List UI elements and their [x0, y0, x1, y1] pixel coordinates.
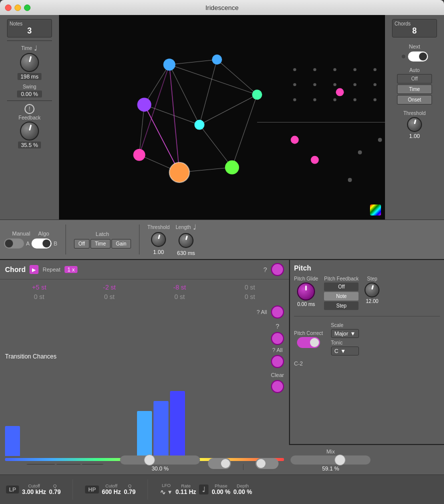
svg-point-33	[290, 136, 298, 144]
trans-random-btn[interactable]	[271, 332, 284, 345]
hp-q-value: 0.79	[124, 488, 136, 496]
note-4[interactable]: 0 st	[5, 293, 74, 300]
scale-value: Major	[334, 330, 348, 336]
window-title: Iridescence	[206, 4, 238, 12]
feedback-knob[interactable]	[20, 122, 39, 140]
rate-sync-btn[interactable]: ♩	[199, 484, 208, 494]
algo-toggle[interactable]	[32, 238, 52, 248]
auto-time-btn[interactable]: Time	[397, 84, 432, 94]
feedback-knob-container: ! Feedback 35.5 %	[18, 104, 41, 148]
pitch-divider	[294, 316, 440, 316]
mix-value: 59.1 %	[322, 466, 339, 472]
trans-question-all[interactable]: ? All	[272, 347, 282, 353]
lfo-wave-icon: ∿	[160, 488, 166, 496]
feedback-step-btn[interactable]: Step	[324, 302, 358, 310]
svg-point-24	[314, 83, 316, 86]
tonic-label: Tonic	[331, 340, 359, 346]
feedback-off-btn[interactable]: Off	[324, 282, 358, 291]
svg-point-47	[194, 120, 204, 130]
feedback-note-btn[interactable]: Note	[324, 292, 358, 300]
next-section: Next	[401, 44, 428, 62]
tonic-select[interactable]: C ▼	[331, 346, 359, 356]
maximize-button[interactable]	[24, 4, 30, 11]
glide-label: Pitch Glide	[294, 276, 318, 282]
latch-time-btn[interactable]: Time	[90, 239, 110, 248]
hp-q-label: Q	[128, 484, 132, 488]
feedback-label: Feedback	[18, 115, 40, 120]
chord-play-btn[interactable]: ▶	[30, 265, 38, 274]
svg-point-36	[358, 150, 362, 154]
threshold-group: Threshold 1.00	[148, 224, 170, 255]
length-knob[interactable]	[178, 233, 194, 248]
close-button[interactable]	[5, 4, 12, 11]
auto-off-btn[interactable]: Off	[397, 74, 432, 84]
rate-value: 0.11 Hz	[176, 488, 196, 496]
next-toggle[interactable]	[408, 52, 428, 62]
mix-slider[interactable]	[290, 456, 370, 464]
note-0[interactable]: +5 st	[5, 284, 74, 291]
lfo-label: LFO	[162, 483, 171, 488]
step-knob[interactable]	[364, 282, 380, 298]
rate-label: Rate	[181, 484, 190, 488]
stereo-toggle[interactable]	[256, 458, 278, 469]
latch-btn-group: Off Time Gain	[74, 239, 131, 248]
lfo-wave-group: ∿ ▼	[160, 488, 172, 496]
hp-cutoff-value: 600 Hz	[102, 488, 121, 496]
clear-label[interactable]: Clear	[271, 372, 284, 378]
bar-8	[137, 411, 152, 456]
note-2[interactable]: -8 st	[146, 284, 214, 291]
latch-off-btn[interactable]: Off	[74, 239, 90, 248]
svg-point-27	[374, 83, 376, 86]
lp-cutoff-group: Cutoff 3.00 kHz	[22, 484, 46, 496]
chord-notes: +5 st -2 st -8 st 0 st 0 st 0 st 0 st 0 …	[0, 280, 289, 304]
invert-toggle[interactable]	[208, 458, 231, 469]
minimize-button[interactable]	[14, 4, 21, 11]
note-1[interactable]: -2 st	[76, 284, 144, 291]
auto-section: Auto Off Time Onset	[388, 68, 441, 104]
latch-label: Latch	[96, 231, 109, 237]
chord-panel: Chord ▶ Repeat 1 x ? +5 st -2 st -8 st 0…	[0, 260, 289, 444]
trans-random-all-btn[interactable]	[271, 355, 284, 368]
note-3[interactable]: 0 st	[216, 284, 284, 291]
threshold-knob[interactable]	[151, 232, 166, 247]
chord-title: Chord	[5, 266, 26, 274]
svg-point-29	[314, 98, 316, 101]
note-7[interactable]: 0 st	[216, 293, 284, 300]
step-label: Step	[367, 276, 378, 282]
clear-btn[interactable]	[271, 380, 284, 393]
svg-line-0	[170, 60, 217, 64]
time-knob[interactable]	[20, 53, 39, 72]
color-swatch[interactable]	[370, 204, 381, 216]
glide-knob[interactable]	[297, 282, 315, 300]
all-randomize-btn[interactable]	[271, 306, 284, 318]
viz-panel[interactable]	[59, 15, 385, 220]
time-label: Time	[22, 46, 32, 51]
algo-label: Algo	[38, 230, 49, 236]
pitch-correct-toggle-group: Pitch Correct	[294, 330, 323, 348]
mix-label: Mix	[326, 448, 335, 454]
width-slider[interactable]	[120, 456, 200, 464]
repeat-badge[interactable]: 1 x	[64, 266, 78, 273]
threshold-knob-right[interactable]	[407, 117, 422, 132]
swing-label: Swing	[22, 84, 36, 90]
note-5[interactable]: 0 st	[76, 293, 144, 300]
scale-select[interactable]: Major ▼	[331, 329, 359, 338]
manual-toggle[interactable]	[4, 238, 24, 248]
lp-q-label: Q	[53, 484, 56, 488]
scale-arrow: ▼	[350, 330, 356, 336]
chord-randomize-btn[interactable]	[271, 263, 284, 276]
lfo-dropdown-arrow[interactable]: ▼	[167, 489, 172, 495]
pitch-feedback-label: Pitch Feedback	[324, 276, 358, 282]
svg-point-22	[374, 68, 376, 71]
question-mark[interactable]: ?	[264, 266, 267, 274]
question-all[interactable]: ? All	[256, 309, 267, 315]
trans-question[interactable]: ?	[276, 322, 279, 330]
pitch-correct-toggle[interactable]	[297, 337, 320, 348]
auto-onset-btn[interactable]: Onset	[397, 95, 432, 104]
note-6[interactable]: 0 st	[146, 293, 214, 300]
latch-gain-btn[interactable]: Gain	[112, 239, 131, 248]
rate-group: Rate 0.11 Hz	[176, 484, 196, 496]
svg-point-31	[354, 98, 356, 101]
controls-bar: Manual Algo A B Latch Off Time Gain Thre…	[0, 220, 444, 259]
scale-label: Scale	[331, 322, 359, 328]
